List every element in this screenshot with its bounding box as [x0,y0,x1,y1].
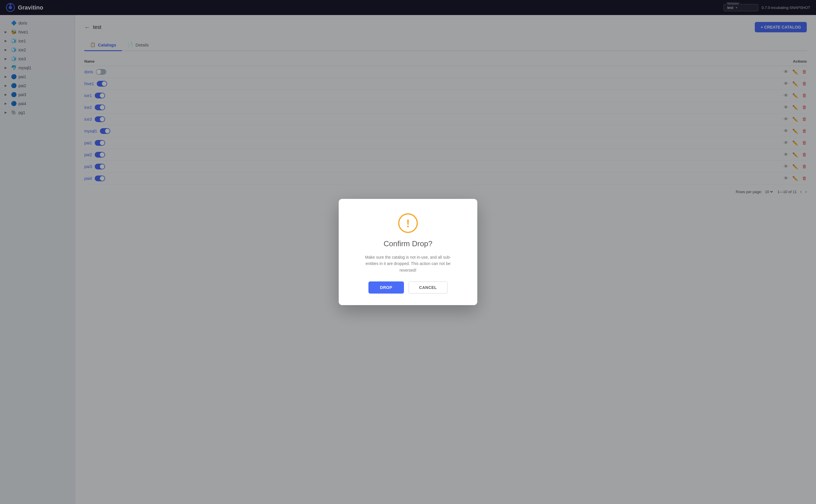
dialog-message: Make sure the catalog is not in-use, and… [359,254,457,273]
confirm-drop-dialog: ! Confirm Drop? Make sure the catalog is… [339,199,477,305]
dialog-actions: DROP CANCEL [368,281,448,294]
drop-button[interactable]: DROP [368,281,404,294]
dialog-title: Confirm Drop? [383,239,432,248]
svg-text:!: ! [406,218,410,229]
warning-icon: ! [398,213,418,234]
modal-overlay[interactable]: ! Confirm Drop? Make sure the catalog is… [0,0,816,504]
cancel-button[interactable]: CANCEL [409,281,448,294]
